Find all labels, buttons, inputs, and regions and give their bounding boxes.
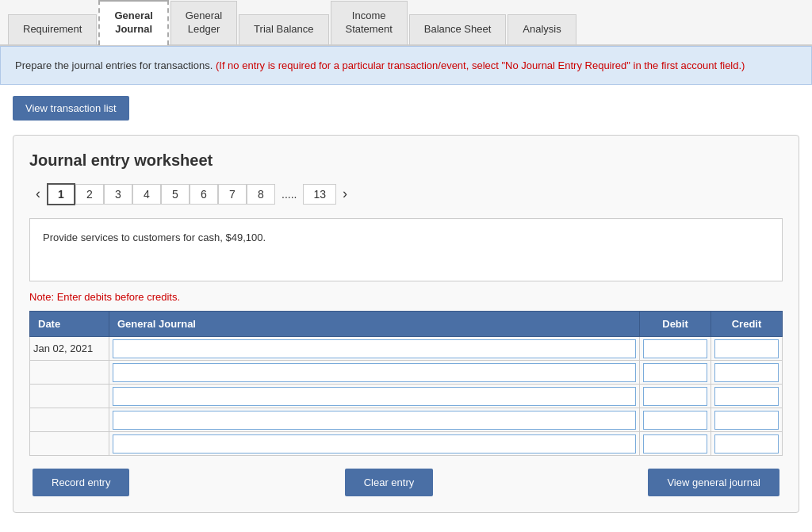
view-general-journal-button[interactable]: View general journal [648,469,779,496]
banner-normal-text: Prepare the journal entries for transact… [15,59,213,71]
page-4[interactable]: 4 [132,184,161,205]
journal-input-2[interactable] [113,363,636,382]
journal-table: Date General Journal Debit Credit Jan 02… [29,311,783,456]
journal-cell-5[interactable] [109,432,640,456]
tab-general-journal[interactable]: GeneralJournal [98,0,168,45]
date-cell-5 [30,432,109,456]
next-page-arrow[interactable]: › [336,182,354,205]
tab-trial-balance[interactable]: Trial Balance [239,14,328,44]
credit-input-1[interactable] [714,339,779,358]
date-cell-3 [30,385,109,408]
journal-cell-3[interactable] [109,385,640,408]
col-header-credit: Credit [711,312,783,337]
journal-cell-1[interactable] [109,337,640,361]
journal-input-5[interactable] [113,434,636,454]
tab-requirement[interactable]: Requirement [8,14,97,44]
tab-balance-sheet[interactable]: Balance Sheet [409,14,507,44]
transaction-description: Provide services to customers for cash, … [29,218,783,281]
debit-cell-5[interactable] [640,432,711,456]
debit-cell-3[interactable] [640,385,711,408]
table-row [30,408,783,432]
info-banner: Prepare the journal entries for transact… [0,46,812,86]
tab-income-statement[interactable]: IncomeStatement [331,1,408,44]
journal-cell-4[interactable] [109,408,640,432]
debit-cell-1[interactable] [640,337,711,361]
worksheet-title: Journal entry worksheet [29,151,783,170]
note-text: Note: Enter debits before credits. [29,291,783,303]
date-cell-4 [30,408,109,432]
credit-cell-5[interactable] [711,432,783,456]
main-content: Journal entry worksheet ‹ 1 2 3 4 5 6 7 … [0,135,812,526]
credit-cell-3[interactable] [711,385,783,408]
col-header-debit: Debit [640,312,711,337]
view-transaction-list-button[interactable]: View transaction list [13,96,129,121]
table-row: Jan 02, 2021 [30,337,783,361]
table-row [30,385,783,408]
credit-cell-2[interactable] [711,361,783,385]
table-row [30,432,783,456]
clear-entry-button[interactable]: Clear entry [345,469,434,496]
debit-input-4[interactable] [643,411,707,430]
worksheet-container: Journal entry worksheet ‹ 1 2 3 4 5 6 7 … [13,135,799,513]
page-1[interactable]: 1 [47,183,75,205]
date-cell-1: Jan 02, 2021 [30,337,109,361]
page-navigation: ‹ 1 2 3 4 5 6 7 8 ..... 13 › [29,182,783,205]
credit-input-2[interactable] [714,363,779,382]
col-header-general-journal: General Journal [109,312,640,337]
page-6[interactable]: 6 [190,184,218,205]
journal-input-4[interactable] [113,411,636,430]
bottom-buttons: Record entry Clear entry View general jo… [29,469,783,496]
journal-input-1[interactable] [113,339,636,358]
debit-input-2[interactable] [643,363,707,382]
prev-page-arrow[interactable]: ‹ [29,182,47,205]
page-5[interactable]: 5 [161,184,190,205]
credit-input-5[interactable] [714,434,779,454]
credit-input-4[interactable] [714,411,779,430]
debit-input-3[interactable] [643,387,707,406]
page-13[interactable]: 13 [303,184,336,205]
debit-input-5[interactable] [643,434,707,454]
page-3[interactable]: 3 [104,184,132,205]
page-2[interactable]: 2 [75,184,104,205]
page-8[interactable]: 8 [247,184,275,205]
debit-input-1[interactable] [643,339,707,358]
tab-analysis[interactable]: Analysis [508,14,576,44]
tab-general-ledger[interactable]: GeneralLedger [170,1,237,44]
col-header-date: Date [30,312,109,337]
banner-red-text: (If no entry is required for a particula… [216,59,745,71]
table-row [30,361,783,385]
debit-cell-4[interactable] [640,408,711,432]
debit-cell-2[interactable] [640,361,711,385]
date-cell-2 [30,361,109,385]
record-entry-button[interactable]: Record entry [33,469,129,496]
journal-cell-2[interactable] [109,361,640,385]
journal-input-3[interactable] [113,387,636,406]
page-7[interactable]: 7 [218,184,247,205]
credit-input-3[interactable] [714,387,779,406]
credit-cell-4[interactable] [711,408,783,432]
page-dots: ..... [275,185,303,204]
credit-cell-1[interactable] [711,337,783,361]
tab-bar: Requirement GeneralJournal GeneralLedger… [0,0,812,46]
